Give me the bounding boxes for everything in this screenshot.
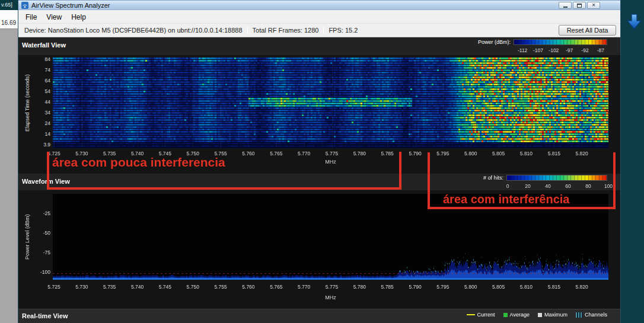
x-tick-label: 5.760	[242, 151, 254, 156]
waveform-chart[interactable]	[53, 194, 608, 280]
average-legend-icon	[503, 313, 508, 317]
current-legend-icon	[467, 314, 475, 315]
x-tick-label: 5.740	[131, 151, 144, 156]
legend-item-maximum: Maximum	[538, 312, 568, 318]
menu-file[interactable]: File	[21, 11, 42, 23]
y-tick-label: 34	[30, 110, 50, 116]
x-tick-label: 5.775	[326, 284, 338, 290]
close-icon: ✕	[592, 3, 596, 8]
x-tick-label: 5.765	[270, 151, 282, 156]
x-tick-label: 5.815	[548, 151, 560, 156]
x-tick-label: 5.795	[436, 284, 449, 290]
x-tick-label: 5.725	[47, 151, 60, 156]
x-tick-label: 5.800	[464, 284, 477, 290]
menu-view[interactable]: View	[42, 11, 66, 23]
analyzer-content: Waterfall View Power (dBm): -112-107-102…	[18, 37, 620, 323]
y-tick-label: 64	[30, 78, 50, 84]
x-tick-label: 5.790	[409, 284, 421, 290]
background-window-value-fragment: 16.69	[0, 10, 18, 28]
x-tick-label: 5.785	[381, 284, 394, 290]
background-window-title-fragment: v.65]	[0, 0, 18, 10]
waterfall-chart[interactable]	[53, 57, 608, 148]
status-bar: Device: NanoStation Loco M5 (DC9FDBE6442…	[18, 24, 620, 37]
x-tick-label: 5.820	[576, 284, 588, 290]
x-tick-label: 5.775	[326, 151, 338, 156]
x-tick-label: 5.740	[131, 284, 144, 290]
y-tick-label: 14	[30, 131, 50, 137]
reset-all-data-button[interactable]: Reset All Data	[559, 25, 616, 36]
menu-bar: File View Help	[18, 11, 620, 24]
power-gradient-bar	[514, 39, 607, 45]
x-tick-label: 5.780	[353, 151, 366, 156]
x-tick-label: 5.805	[492, 151, 505, 156]
separator	[323, 26, 324, 34]
download-arrow-icon[interactable]	[626, 13, 642, 31]
legend-label: Maximum	[544, 312, 568, 318]
waveform-view-title: Waveform View	[22, 178, 70, 185]
power-legend-label: Power (dBm):	[478, 39, 511, 45]
x-tick-label: 5.730	[75, 284, 88, 290]
x-tick-label: 5.760	[242, 284, 254, 290]
hits-legend: # of hits:	[483, 175, 607, 181]
legend-item-channels: Channels	[576, 312, 607, 318]
device-info: Device: NanoStation Loco M5 (DC9FDBE6442…	[24, 27, 243, 34]
rf-frames-info: Total RF Frames: 1280	[253, 27, 319, 34]
fps-info: FPS: 15.2	[329, 27, 358, 34]
hits-gradient-bar	[506, 175, 607, 181]
x-tick-label: 5.795	[436, 151, 449, 156]
window-title: AirView Spectrum Analyzer	[31, 2, 110, 9]
x-tick-label: 5.725	[47, 284, 60, 290]
x-tick-label: 5.735	[103, 151, 116, 156]
minimize-button[interactable]	[559, 2, 572, 9]
x-tick-label: 5.750	[187, 151, 199, 156]
x-tick-label: 5.805	[492, 284, 505, 290]
y-tick-label: 44	[30, 99, 50, 105]
legend-item-average: Average	[503, 312, 530, 318]
channels-legend-icon	[576, 312, 582, 318]
hits-legend-label: # of hits:	[483, 175, 503, 181]
y-tick-label: -25	[30, 210, 50, 216]
maximize-icon	[577, 4, 582, 8]
x-tick-label: 5.780	[353, 284, 366, 290]
y-tick-label: -75	[30, 250, 50, 255]
x-tick-label: 5.745	[159, 151, 171, 156]
waveform-y-axis-label: Power Level (dBm)	[24, 194, 30, 280]
x-tick-label: 5.730	[75, 151, 88, 156]
separator	[247, 26, 248, 34]
airview-window: AirView Spectrum Analyzer ✕ File View He…	[18, 0, 621, 323]
power-legend: Power (dBm):	[478, 39, 607, 45]
y-tick-label: 24	[30, 120, 50, 126]
waterfall-x-axis-label: MHz	[53, 159, 608, 165]
x-tick-label: 5.765	[270, 284, 282, 290]
minimize-icon	[563, 7, 568, 8]
legend-label: Current	[477, 312, 495, 318]
x-tick-label: 5.755	[214, 284, 227, 290]
x-tick-label: 5.745	[159, 284, 171, 290]
x-tick-label: 5.800	[464, 151, 477, 156]
maximize-button[interactable]	[573, 2, 586, 9]
window-controls: ✕	[559, 2, 600, 9]
menu-help[interactable]: Help	[66, 11, 91, 23]
y-tick-label: 84	[30, 56, 50, 62]
y-tick-label: 3.9	[30, 142, 50, 148]
background-window-body	[0, 28, 18, 323]
realtime-legend: CurrentAverageMaximumChannels	[467, 312, 607, 318]
legend-label: Average	[510, 312, 530, 318]
x-tick-label: 5.785	[381, 151, 394, 156]
x-tick-label: 5.820	[576, 151, 588, 156]
maximum-legend-icon	[538, 313, 542, 317]
y-tick-label: -100	[30, 269, 50, 275]
title-bar[interactable]: AirView Spectrum Analyzer ✕	[18, 0, 620, 10]
x-tick-label: 5.755	[214, 151, 227, 156]
y-tick-label: 74	[30, 67, 50, 73]
y-tick-label: 54	[30, 88, 50, 94]
close-button[interactable]: ✕	[587, 2, 600, 9]
x-tick-label: 5.790	[409, 151, 421, 156]
waterfall-y-axis-label: Elapsed Time (seconds)	[24, 57, 30, 148]
legend-label: Channels	[585, 312, 607, 318]
waterfall-view-title: Waterfall View	[22, 41, 66, 49]
waveform-x-axis-label: MHz	[53, 295, 608, 300]
x-tick-label: 5.735	[103, 284, 116, 290]
legend-item-current: Current	[467, 312, 495, 318]
x-tick-label: 5.770	[298, 284, 310, 290]
